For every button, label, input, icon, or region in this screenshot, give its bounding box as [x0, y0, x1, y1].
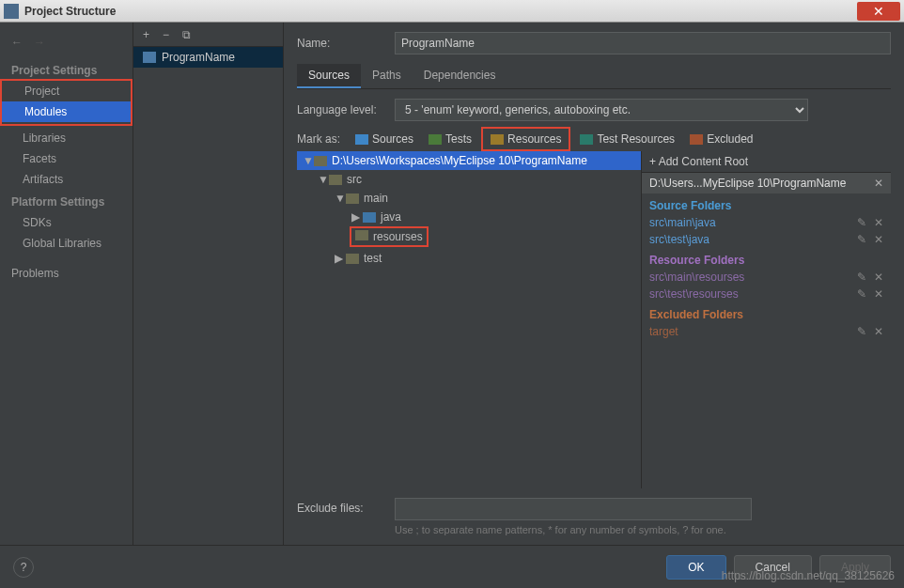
mark-as-label: Mark as: — [297, 132, 340, 146]
language-level-select[interactable]: 5 - 'enum' keyword, generics, autoboxing… — [395, 99, 808, 121]
folder-entry[interactable]: target✎✕ — [642, 323, 891, 340]
folder-group-title: Excluded Folders — [642, 302, 891, 323]
remove-icon[interactable]: ✕ — [874, 233, 883, 246]
folder-orange-icon — [690, 134, 703, 145]
module-name-label: ProgramName — [162, 51, 235, 64]
folder-entry[interactable]: src\test\resourses✎✕ — [642, 286, 891, 302]
platform-settings-header: Platform Settings — [0, 190, 132, 212]
tree-node-resourses[interactable]: resourses — [350, 226, 429, 247]
sidebar-item-problems[interactable]: Problems — [0, 263, 132, 284]
folder-yellow-icon — [491, 134, 504, 145]
nav-back-icon[interactable]: ← — [11, 36, 23, 49]
window-title: Project Structure — [24, 5, 857, 18]
tab-sources[interactable]: Sources — [297, 64, 361, 88]
add-content-root-button[interactable]: + Add Content Root — [642, 151, 891, 173]
app-icon — [4, 4, 19, 19]
folder-icon — [346, 193, 359, 204]
tabs: Sources Paths Dependencies — [297, 64, 891, 89]
folder-icon — [363, 212, 376, 223]
module-folder-icon — [143, 52, 156, 63]
close-icon[interactable]: ✕ — [857, 2, 900, 21]
sidebar-item-global-libraries[interactable]: Global Libraries — [0, 233, 132, 254]
exclude-files-label: Exclude files: — [297, 498, 395, 515]
content-roots-panel: + Add Content Root D:\Users...MyEclipse … — [641, 151, 891, 488]
tree-node-java[interactable]: ▶java — [297, 208, 641, 226]
tab-paths[interactable]: Paths — [361, 64, 413, 88]
mark-resources-button[interactable]: Resources — [487, 131, 565, 147]
folder-entry[interactable]: src\main\resourses✎✕ — [642, 269, 891, 286]
project-settings-header: Project Settings — [0, 58, 132, 81]
folder-group-title: Resource Folders — [642, 248, 891, 269]
remove-icon[interactable]: ✕ — [874, 287, 883, 301]
cancel-button[interactable]: Cancel — [734, 555, 812, 580]
sidebar-item-libraries[interactable]: Libraries — [0, 128, 132, 148]
help-button[interactable]: ? — [13, 557, 34, 578]
tree-node-test[interactable]: ▶test — [297, 249, 641, 268]
remove-icon[interactable]: ✕ — [874, 216, 883, 229]
ok-button[interactable]: OK — [666, 555, 725, 580]
mark-sources-button[interactable]: Sources — [351, 131, 417, 147]
language-level-label: Language level: — [297, 103, 395, 116]
folder-icon — [355, 230, 368, 240]
folder-entry[interactable]: src\test\java✎✕ — [642, 231, 891, 248]
folder-icon — [346, 254, 359, 264]
tab-dependencies[interactable]: Dependencies — [413, 64, 507, 88]
mark-test-resources-button[interactable]: Test Resources — [576, 131, 678, 147]
copy-module-icon[interactable]: ⧉ — [182, 28, 191, 41]
remove-icon[interactable]: ✕ — [874, 271, 883, 284]
sidebar-item-facets[interactable]: Facets — [0, 148, 132, 169]
remove-module-icon[interactable]: − — [163, 28, 169, 41]
sidebar-item-modules[interactable]: Modules — [2, 101, 131, 122]
tree-root[interactable]: ▼ D:\Users\Workspaces\MyEclipse 10\Progr… — [297, 151, 641, 170]
mark-excluded-button[interactable]: Excluded — [686, 131, 756, 147]
remove-icon[interactable]: ✕ — [874, 325, 883, 338]
remove-root-icon[interactable]: ✕ — [874, 177, 883, 190]
exclude-files-input[interactable] — [395, 498, 752, 520]
module-name-input[interactable] — [395, 32, 891, 54]
module-list: + − ⧉ ProgramName — [133, 23, 284, 545]
mark-tests-button[interactable]: Tests — [425, 131, 475, 147]
mark-as-row: Mark as: Sources Tests Resources Test Re… — [297, 131, 891, 147]
folder-icon — [314, 156, 327, 166]
apply-button[interactable]: Apply — [819, 555, 891, 580]
titlebar: Project Structure ✕ — [0, 0, 904, 23]
edit-icon[interactable]: ✎ — [857, 271, 866, 284]
add-module-icon[interactable]: + — [143, 28, 149, 41]
source-tree: ▼ D:\Users\Workspaces\MyEclipse 10\Progr… — [297, 151, 641, 488]
exclude-files-hint: Use ; to separate name patterns, * for a… — [395, 520, 752, 535]
edit-icon[interactable]: ✎ — [857, 287, 866, 301]
edit-icon[interactable]: ✎ — [857, 325, 866, 338]
content-panel: Name: Sources Paths Dependencies Languag… — [284, 23, 904, 545]
edit-icon[interactable]: ✎ — [857, 216, 866, 229]
module-item[interactable]: ProgramName — [133, 47, 283, 68]
sidebar-item-sdks[interactable]: SDKs — [0, 212, 132, 233]
folder-green-icon — [429, 134, 442, 145]
folder-teal-icon — [580, 134, 593, 145]
folder-entry[interactable]: src\main\java✎✕ — [642, 214, 891, 231]
content-root-path[interactable]: D:\Users...MyEclipse 10\ProgramName ✕ — [642, 173, 891, 193]
footer: ? OK Cancel Apply — [0, 545, 904, 588]
tree-node-src[interactable]: ▼src — [297, 170, 641, 189]
folder-blue-icon — [355, 134, 368, 145]
tree-node-main[interactable]: ▼main — [297, 189, 641, 208]
folder-group-title: Source Folders — [642, 193, 891, 214]
name-label: Name: — [297, 37, 395, 50]
sidebar-item-artifacts[interactable]: Artifacts — [0, 169, 132, 190]
folder-icon — [329, 175, 342, 185]
sidebar: ← → Project Settings Project Modules Lib… — [0, 23, 133, 545]
edit-icon[interactable]: ✎ — [857, 233, 866, 246]
sidebar-item-project[interactable]: Project — [2, 81, 131, 101]
nav-forward-icon[interactable]: → — [34, 36, 45, 49]
